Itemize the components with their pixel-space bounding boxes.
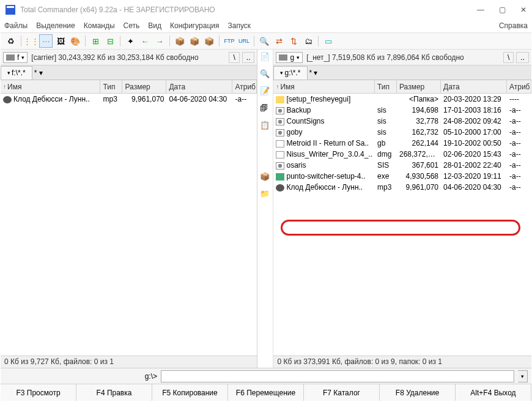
filter-icon[interactable]: * ▾ [309, 69, 317, 77]
left-filelist[interactable]: ↑Имя Тип Размер Дата Атриб Клод Дебюсси … [1, 80, 257, 356]
right-status: 0 Кб из 373,991 Кб, файлов: 0 из 9, папо… [273, 356, 531, 368]
invert-icon[interactable]: ✦ [124, 34, 137, 48]
f4-edit-button[interactable]: F4 Правка [76, 384, 152, 401]
col-date-header[interactable]: Дата [166, 80, 232, 93]
left-tab[interactable]: ▾ f:\*.* * ▾ [1, 66, 32, 80]
dropdown-icon: ▾ [297, 54, 300, 61]
menu-selection[interactable]: Выделение [36, 21, 75, 30]
col-attr-header[interactable]: Атриб [232, 80, 257, 93]
sync-dirs-icon[interactable]: 🗐 [260, 103, 271, 114]
right-filelist[interactable]: ↑Имя Тип Размер Дата Атриб [setup_freshe… [273, 80, 531, 356]
menu-help[interactable]: Справка [499, 21, 528, 30]
table-row[interactable]: gobysis162,73205-10-2000 17:00-a-- [273, 127, 531, 138]
f6-move-button[interactable]: F6 Перемещение [228, 384, 304, 401]
file-icon [276, 140, 284, 147]
right-header: ↑Имя Тип Размер Дата Атриб [273, 80, 531, 94]
search-icon[interactable]: 🔍 [257, 34, 271, 48]
branch-icon[interactable]: ⊟ [103, 34, 117, 48]
window-title: Total Commander (x64) 9.22a - НЕ ЗАРЕГИС… [20, 6, 477, 14]
back-icon[interactable]: ← [138, 34, 152, 48]
refresh-icon[interactable]: ♻ [4, 34, 18, 48]
right-up-button[interactable]: .. [516, 52, 529, 63]
f5-copy-button[interactable]: F5 Копирование [152, 384, 228, 401]
left-up-button[interactable]: .. [242, 52, 255, 63]
vertical-toolbar: 📄 🔍 📝 🗐 📋 📦 📁 [257, 50, 273, 368]
panels-container: f ▾ [carrier] 30,243,392 Кб из 30,253,18… [1, 50, 531, 368]
test-archive-icon[interactable]: 📦 [202, 34, 216, 48]
menu-view[interactable]: Вид [148, 21, 161, 30]
file-icon [276, 151, 284, 158]
rename-icon[interactable]: 📝 [260, 86, 271, 97]
command-line: g:\> ▾ [1, 368, 531, 384]
table-row[interactable]: Клод Дебюсси - Лунн..mp39,961,07004-06-2… [1, 94, 257, 105]
ftp-icon[interactable]: FTP [223, 34, 236, 48]
cmd-history-dropdown[interactable]: ▾ [518, 370, 528, 382]
unpack-icon[interactable]: 📦 [188, 34, 201, 48]
pack-icon[interactable]: 📦 [173, 34, 187, 48]
menu-files[interactable]: Файлы [4, 21, 28, 30]
left-root-button[interactable]: \ [229, 52, 239, 63]
quickview-icon[interactable]: 📄 [260, 52, 271, 63]
col-type-header[interactable]: Тип [375, 80, 397, 93]
menu-net[interactable]: Сеть [124, 21, 140, 30]
menu-start[interactable]: Запуск [228, 21, 251, 30]
compare-icon[interactable]: ⇅ [287, 34, 300, 48]
cmd-input[interactable] [161, 370, 514, 382]
chevron-down-icon: ▾ [7, 70, 10, 76]
sync-icon[interactable]: ⇄ [272, 34, 286, 48]
table-row[interactable]: CountSignssis32,77824-08-2002 09:42-a-- [273, 116, 531, 127]
left-drive-selector[interactable]: f ▾ [3, 52, 28, 63]
left-drive-info: [carrier] 30,243,392 Кб из 30,253,184 Кб… [31, 53, 198, 62]
gear-icon [276, 129, 284, 136]
col-attr-header[interactable]: Атриб [507, 80, 531, 93]
copy-names-icon[interactable]: 📋 [260, 121, 271, 132]
multi-rename-icon[interactable]: 🗂 [301, 34, 315, 48]
f7-mkdir-button[interactable]: F7 Каталог [304, 384, 380, 401]
forward-icon[interactable]: → [153, 34, 166, 48]
view-tree-icon[interactable]: 🎨 [68, 34, 82, 48]
col-date-header[interactable]: Дата [441, 80, 507, 93]
col-type-header[interactable]: Тип [100, 80, 122, 93]
gear-icon [276, 107, 284, 114]
filter-icon[interactable]: * ▾ [34, 69, 43, 77]
col-size-header[interactable]: Размер [122, 80, 166, 93]
table-row[interactable]: osarisSIS367,60128-01-2002 22:40-a-- [273, 160, 531, 171]
titlebar: Total Commander (x64) 9.22a - НЕ ЗАРЕГИС… [1, 1, 531, 19]
close-button[interactable]: ✕ [520, 6, 526, 14]
table-row[interactable]: punto-switcher-setup-4..exe4,930,56812-0… [273, 171, 531, 182]
right-drive-info: [_нет_] 7,519,508 Кб из 7,896,064 Кб сво… [306, 53, 464, 62]
mp3-icon [3, 96, 12, 103]
tree-icon[interactable]: ⊞ [89, 34, 102, 48]
table-row[interactable]: Metroid II - Return of Sa..gb262,14419-1… [273, 138, 531, 149]
right-panel: g ▾ [_нет_] 7,519,508 Кб из 7,896,064 Кб… [273, 50, 531, 368]
minimize-button[interactable]: — [477, 6, 484, 14]
col-name-header[interactable]: ↑Имя [273, 80, 375, 93]
f8-delete-button[interactable]: F8 Удаление [380, 384, 456, 401]
right-drive-selector[interactable]: g ▾ [276, 52, 303, 63]
drive-icon [6, 54, 15, 61]
toolbar: ♻ ⋮⋮ ⋯ 🖼 🎨 ⊞ ⊟ ✦ ← → 📦 📦 📦 FTP URL 🔍 ⇄ ⇅… [1, 32, 531, 50]
table-row[interactable]: Клод Дебюсси - Лунн..mp39,961,07004-06-2… [273, 182, 531, 193]
pack-icon[interactable]: 📦 [260, 172, 271, 183]
f3-view-button[interactable]: F3 Просмотр [1, 384, 76, 401]
notepad-icon[interactable]: ▭ [322, 34, 335, 48]
app-icon [6, 5, 15, 15]
view-brief-icon[interactable]: ⋮⋮ [24, 34, 38, 48]
new-folder-icon[interactable]: 📁 [260, 189, 271, 200]
right-root-button[interactable]: \ [503, 52, 514, 63]
table-row[interactable]: Nisus_Writer_Pro_3.0.4_..dmg268,372,6140… [273, 149, 531, 160]
thumbnails-icon[interactable]: 🖼 [54, 34, 67, 48]
left-status: 0 Кб из 9,727 Кб, файлов: 0 из 1 [1, 356, 257, 368]
altf4-exit-button[interactable]: Alt+F4 Выход [456, 384, 531, 401]
table-row[interactable]: Backupsis194,69817-01-2003 18:16-a-- [273, 105, 531, 116]
col-size-header[interactable]: Размер [397, 80, 441, 93]
right-tab[interactable]: ▾ g:\*.* * ▾ [273, 66, 307, 80]
menu-commands[interactable]: Команды [84, 21, 115, 30]
table-row[interactable]: [setup_fresheyegui]<Папка>20-03-2020 13:… [273, 94, 531, 105]
col-name-header[interactable]: ↑Имя [1, 80, 100, 93]
maximize-button[interactable]: ▢ [499, 6, 506, 14]
search-icon[interactable]: 🔍 [260, 69, 271, 80]
url-icon[interactable]: URL [237, 34, 251, 48]
menu-config[interactable]: Конфигурация [170, 21, 220, 30]
view-full-icon[interactable]: ⋯ [39, 34, 53, 48]
